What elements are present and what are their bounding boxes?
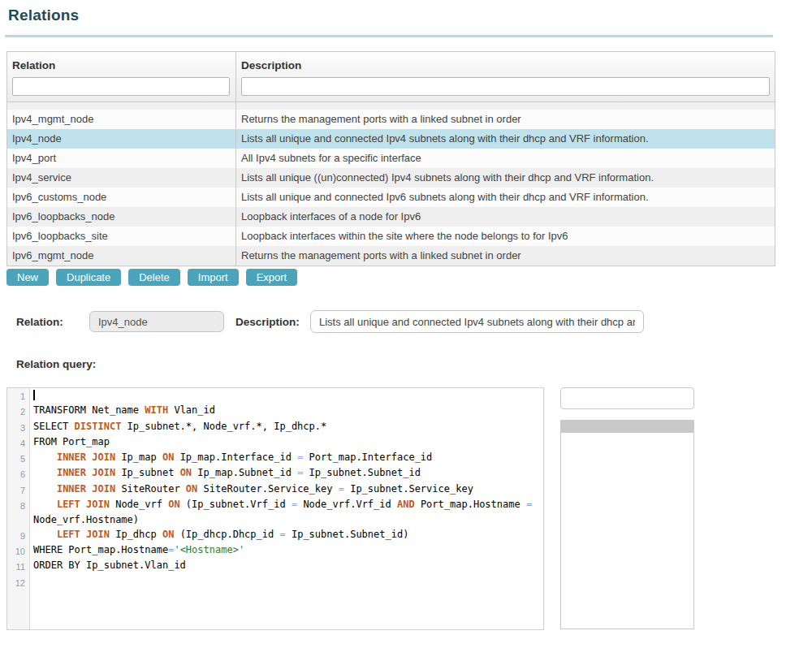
table-header: Relation Description bbox=[7, 52, 775, 102]
side-search-input[interactable] bbox=[560, 387, 694, 409]
line-number: 1 bbox=[7, 388, 29, 404]
editor-line: 5 INNER JOIN Ip_map ON Ip_map.Interface_… bbox=[7, 451, 543, 466]
relation-cell: Ipv4_mgmt_node bbox=[7, 110, 236, 129]
page-title: Relations bbox=[8, 6, 79, 24]
code-content: FROM Port_map bbox=[29, 435, 543, 451]
relation-cell: Ipv4_port bbox=[7, 149, 236, 168]
toolbar: NewDuplicateDeleteImportExport bbox=[6, 269, 297, 286]
table-row[interactable]: Ipv6_mgmt_nodeReturns the management por… bbox=[7, 246, 775, 266]
editor-line: 10WHERE Port_map.Hostname='<Hostname>' bbox=[7, 543, 543, 559]
editor-line: Node_vrf.Hostname) bbox=[7, 513, 543, 527]
description-cell: All Ipv4 subnets for a specific interfac… bbox=[236, 149, 775, 168]
export-button[interactable]: Export bbox=[246, 269, 298, 286]
relation-field[interactable] bbox=[89, 311, 224, 332]
delete-button[interactable]: Delete bbox=[128, 269, 180, 286]
line-number: 2 bbox=[7, 404, 29, 419]
code-content: INNER JOIN Ip_map ON Ip_map.Interface_id… bbox=[29, 451, 543, 466]
editor-line: 8 LEFT JOIN Node_vrf ON (Ip_subnet.Vrf_i… bbox=[7, 498, 543, 513]
query-code-editor[interactable]: 12TRANSFORM Net_name WITH Vlan_id3SELECT… bbox=[6, 387, 544, 630]
code-content: WHERE Port_map.Hostname='<Hostname>' bbox=[29, 543, 543, 559]
title-divider bbox=[5, 35, 773, 37]
relation-cell: Ipv6_customs_node bbox=[7, 188, 236, 207]
relations-table: Relation Description Ipv4_mgmt_nodeRetur… bbox=[6, 51, 775, 266]
table-row[interactable]: Ipv6_customs_nodeLists all unique and co… bbox=[7, 188, 775, 207]
description-cell: Lists all unique and connected Ipv6 subn… bbox=[236, 188, 775, 207]
relation-cell: Ipv4_node bbox=[7, 129, 236, 149]
description-cell: Returns the management ports with a link… bbox=[236, 246, 775, 266]
code-content: Node_vrf.Hostname) bbox=[29, 513, 543, 527]
column-label-description: Description bbox=[241, 59, 770, 71]
relation-cell: Ipv6_loopbacks_node bbox=[7, 207, 236, 227]
relations-page: Relations Relation Description Ipv4_mgmt… bbox=[0, 0, 812, 648]
table-row[interactable]: Ipv6_loopbacks_nodeLoopback interfaces o… bbox=[7, 207, 775, 227]
code-content: LEFT JOIN Ip_dhcp ON (Ip_dhcp.Dhcp_id = … bbox=[29, 528, 543, 543]
new-button[interactable]: New bbox=[6, 269, 49, 286]
side-list-panel-header bbox=[561, 421, 693, 433]
duplicate-button[interactable]: Duplicate bbox=[56, 269, 121, 286]
relation-cell: Ipv4_service bbox=[7, 168, 236, 188]
line-number: 12 bbox=[7, 575, 29, 590]
editor-line: 9 LEFT JOIN Ip_dhcp ON (Ip_dhcp.Dhcp_id … bbox=[7, 528, 543, 543]
relation-query-label: Relation query: bbox=[16, 358, 96, 370]
line-number: 7 bbox=[7, 482, 29, 498]
editor-line: 1 bbox=[7, 388, 543, 404]
code-content: ORDER BY Ip_subnet.Vlan_id bbox=[29, 559, 543, 574]
editor-line: 7 INNER JOIN SiteRouter ON SiteRouter.Se… bbox=[7, 482, 543, 498]
description-cell: Loopback interfaces of a node for Ipv6 bbox=[236, 207, 775, 227]
table-body: Ipv4_mgmt_nodeReturns the management por… bbox=[7, 110, 775, 266]
editor-line: 6 INNER JOIN Ip_subnet ON Ip_map.Subnet_… bbox=[7, 466, 543, 482]
line-number bbox=[7, 513, 29, 527]
line-number: 5 bbox=[7, 451, 29, 466]
table-row[interactable]: Ipv4_nodeLists all unique and connected … bbox=[7, 129, 775, 149]
line-number: 6 bbox=[7, 466, 29, 482]
column-header-relation: Relation bbox=[7, 52, 236, 102]
line-number: 10 bbox=[7, 543, 29, 559]
relation-filter-input[interactable] bbox=[12, 77, 230, 96]
description-field[interactable] bbox=[310, 310, 644, 333]
table-row[interactable]: Ipv4_serviceLists all unique ((un)connec… bbox=[7, 168, 775, 188]
description-field-label: Description: bbox=[235, 316, 300, 328]
description-cell: Returns the management ports with a link… bbox=[236, 110, 775, 129]
editor-line: 3SELECT DISTINCT Ip_subnet.*, Node_vrf.*… bbox=[7, 420, 543, 435]
relation-cell: Ipv6_mgmt_node bbox=[7, 246, 236, 266]
column-header-description: Description bbox=[236, 52, 775, 102]
description-cell: Loopback interfaces within the site wher… bbox=[236, 227, 775, 246]
editor-line: 4FROM Port_map bbox=[7, 435, 543, 451]
code-content: SELECT DISTINCT Ip_subnet.*, Node_vrf.*,… bbox=[29, 420, 543, 435]
editor-line: 2TRANSFORM Net_name WITH Vlan_id bbox=[7, 404, 543, 419]
column-label-relation: Relation bbox=[12, 59, 231, 71]
text-cursor bbox=[33, 390, 35, 400]
code-content: TRANSFORM Net_name WITH Vlan_id bbox=[29, 404, 543, 419]
relation-cell: Ipv6_loopbacks_site bbox=[7, 227, 236, 246]
code-content: INNER JOIN Ip_subnet ON Ip_map.Subnet_id… bbox=[29, 466, 543, 482]
code-content: INNER JOIN SiteRouter ON SiteRouter.Serv… bbox=[29, 482, 543, 498]
code-content bbox=[29, 388, 543, 404]
clipped-scrolled-row bbox=[7, 102, 775, 110]
line-number: 11 bbox=[7, 559, 29, 574]
description-filter-input[interactable] bbox=[241, 77, 770, 96]
line-number: 8 bbox=[7, 498, 29, 513]
side-list-panel bbox=[560, 420, 694, 629]
code-content bbox=[29, 575, 543, 590]
editor-line: 11ORDER BY Ip_subnet.Vlan_id bbox=[7, 559, 543, 574]
line-number: 4 bbox=[7, 435, 29, 451]
line-number: 3 bbox=[7, 420, 29, 435]
description-cell: Lists all unique and connected Ipv4 subn… bbox=[236, 129, 775, 149]
code-content: LEFT JOIN Node_vrf ON (Ip_subnet.Vrf_id … bbox=[29, 498, 543, 513]
relation-field-label: Relation: bbox=[16, 316, 63, 328]
import-button[interactable]: Import bbox=[188, 269, 239, 286]
table-row[interactable]: Ipv4_mgmt_nodeReturns the management por… bbox=[7, 110, 775, 129]
table-row[interactable]: Ipv4_portAll Ipv4 subnets for a specific… bbox=[7, 149, 775, 168]
description-cell: Lists all unique ((un)connected) Ipv4 su… bbox=[236, 168, 775, 188]
table-row[interactable]: Ipv6_loopbacks_siteLoopback interfaces w… bbox=[7, 227, 775, 246]
editor-line: 12 bbox=[7, 575, 543, 590]
line-number: 9 bbox=[7, 528, 29, 543]
